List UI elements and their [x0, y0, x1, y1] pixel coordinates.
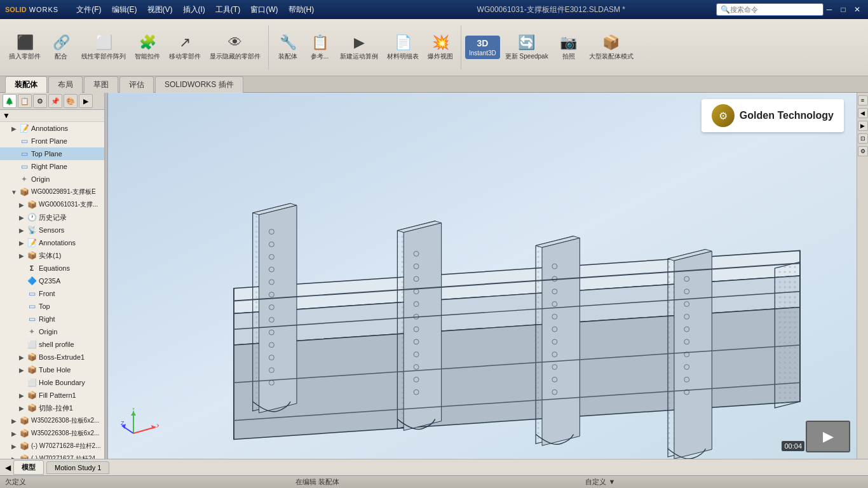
expand-right-plane: [10, 163, 18, 170]
tool-explode-view[interactable]: 💥 爆炸视图: [424, 32, 457, 64]
menu-tools[interactable]: 工具(T): [210, 2, 245, 18]
menu-insert[interactable]: 插入(I): [178, 2, 210, 18]
tab-sketch[interactable]: 草图: [84, 76, 118, 93]
play-button-icon: ▶: [823, 428, 834, 445]
move-component-label: 移动零部件: [169, 52, 201, 61]
tree-item-annotations[interactable]: ▶ 📝 Annotations: [0, 122, 104, 135]
insert-part-icon: ⬛: [17, 34, 34, 51]
company-logo: ⚙ Golden Technology: [702, 99, 844, 132]
tree-item-wg29891[interactable]: ▼ 📦 WG00029891-支撑板E: [0, 186, 104, 198]
tree-item-w350-1[interactable]: ▶ 📦 W350226308-拉板6x2...: [0, 414, 104, 427]
tree-item-cut-extrude1[interactable]: ▶ 📦 切除-拉伸1: [0, 402, 104, 414]
sidebar-tab-config[interactable]: ⚙: [33, 94, 47, 108]
menu-edit[interactable]: 编辑(E): [107, 2, 142, 18]
tree-item-hole-boundary[interactable]: ⬜ Hole Boundary: [0, 376, 104, 389]
right-panel-btn-4[interactable]: ⊡: [858, 133, 868, 144]
w350-1-label: W350226308-拉板6x2...: [31, 416, 99, 425]
tree-item-annotations2[interactable]: ▶ 📝 Annotations: [0, 236, 104, 249]
tree-item-w350-2[interactable]: ▶ 📦 W350226308-拉板6x2...: [0, 427, 104, 440]
mate-label: 配合: [55, 52, 67, 61]
tree-item-solid1[interactable]: ▶ 📦 实体(1): [0, 249, 104, 262]
sidebar-tab-tree[interactable]: 🌲: [3, 94, 17, 108]
tree-item-history[interactable]: ▶ 🕐 历史记录: [0, 211, 104, 224]
tree-item-right[interactable]: ▭ Right: [0, 313, 104, 325]
tab-evaluate[interactable]: 评估: [119, 76, 154, 93]
tool-photo[interactable]: 📷 拍照: [553, 32, 584, 64]
close-button[interactable]: ✕: [851, 4, 863, 15]
expand-sensors: ▶: [18, 226, 25, 234]
tool-update-speedpak[interactable]: 🔄 更新 Speedpak: [501, 32, 552, 64]
expand-top-plane: [10, 150, 18, 158]
sidebar-tab-display[interactable]: 📌: [48, 94, 62, 108]
tree-item-origin[interactable]: ✦ Origin: [0, 173, 104, 186]
tool-instant3d[interactable]: 3D Instant3D: [465, 36, 500, 59]
tool-assembly[interactable]: 🔧 装配体: [273, 32, 303, 64]
tool-reference[interactable]: 📋 参考...: [304, 32, 335, 64]
tool-mate[interactable]: 🔗 配合: [46, 32, 76, 64]
bottom-tab-bar: ◀ 模型 Motion Study 1: [0, 459, 868, 475]
toolbar-separator: [268, 25, 269, 70]
menu-file[interactable]: 文件(F): [71, 2, 106, 18]
right-panel-btn-5[interactable]: ⚙: [858, 146, 868, 156]
search-input[interactable]: [730, 6, 819, 13]
tool-move-component[interactable]: ↗ 移动零部件: [165, 32, 205, 64]
tree-item-sensors[interactable]: ▶ 📡 Sensors: [0, 224, 104, 236]
tool-smart-fastener[interactable]: 🧩 智能扣件: [131, 32, 164, 64]
tree-item-top-plane[interactable]: ▭ Top Plane: [0, 147, 104, 160]
tree-item-shell-profile[interactable]: ⬜ shell profile: [0, 338, 104, 351]
3d-viewport[interactable]: 🔍 ↕ ✋ ↻ ⊞ ⊙ 💡 🎨 📏 ✂ •••: [108, 93, 857, 459]
prev-tab-arrow[interactable]: ◀: [5, 463, 11, 472]
smart-fastener-label: 智能扣件: [135, 52, 160, 61]
company-logo-icon: ⚙: [712, 104, 735, 127]
q235a-label: Q235A: [39, 277, 60, 285]
status-customize[interactable]: 自定义 ▼: [585, 477, 863, 487]
tool-large-assembly[interactable]: 📦 大型装配体模式: [585, 32, 637, 64]
tool-bom[interactable]: 📄 材料明细表: [383, 32, 423, 64]
tool-show-hidden[interactable]: 👁 显示隐藏的零部件: [206, 32, 264, 64]
tree-item-wg61031[interactable]: ▶ 📦 WG00061031-支撑...: [0, 198, 104, 211]
tree-item-w702-2[interactable]: ▶ 📦 (-) W70271627-拉杆24...: [0, 452, 104, 459]
maximize-button[interactable]: □: [837, 4, 849, 15]
tool-linear-pattern[interactable]: ⬜ 线性零部件阵列: [78, 32, 130, 64]
tree-item-tube-hole[interactable]: ▶ 📦 Tube Hole: [0, 363, 104, 376]
expand-equations: [18, 264, 25, 272]
tree-item-origin2[interactable]: ✦ Origin: [0, 325, 104, 338]
tree-item-w702-1[interactable]: ▶ 📦 (-) W70271628-#拉杆2...: [0, 440, 104, 452]
tree-item-right-plane[interactable]: ▭ Right Plane: [0, 160, 104, 173]
tab-layout[interactable]: 布局: [48, 76, 83, 93]
tab-solidworks-plugins[interactable]: SOLIDWORKS 插件: [155, 76, 243, 93]
history-icon: 🕐: [27, 212, 37, 222]
tree-item-equations[interactable]: Σ Equations: [0, 262, 104, 274]
status-editing: 在编辑 装配体: [295, 477, 573, 487]
bottom-tab-motion-study[interactable]: Motion Study 1: [46, 461, 109, 474]
tree-item-front-plane[interactable]: ▭ Front Plane: [0, 135, 104, 147]
tool-motion-study[interactable]: ▶ 新建运动算例: [336, 32, 382, 64]
shell-profile-label: shell profile: [39, 341, 74, 348]
tree-item-fill-pattern1[interactable]: ▶ 📦 Fill Pattern1: [0, 389, 104, 402]
right-panel-btn-2[interactable]: ◀: [858, 108, 868, 118]
menu-help[interactable]: 帮助(H): [283, 2, 320, 18]
sidebar-tab-properties[interactable]: 📋: [18, 94, 32, 108]
expand-w350-2: ▶: [10, 430, 18, 437]
minimize-button[interactable]: ─: [824, 4, 835, 15]
video-thumbnail[interactable]: ▶: [806, 421, 850, 452]
tab-assembly[interactable]: 装配体: [5, 76, 47, 93]
reference-icon: 📋: [311, 34, 329, 51]
tree-item-top[interactable]: ▭ Top: [0, 300, 104, 313]
expand-annotations: ▶: [10, 125, 18, 132]
bottom-tab-model[interactable]: 模型: [13, 460, 44, 475]
tool-insert-part[interactable]: ⬛ 插入零部件: [5, 32, 44, 64]
menu-window[interactable]: 窗口(W): [245, 2, 283, 18]
sidebar-tab-more[interactable]: ▶: [79, 94, 93, 108]
sidebar-tab-appearance[interactable]: 🎨: [64, 94, 78, 108]
right-panel-btn-3[interactable]: ▶: [858, 121, 868, 131]
tree-item-q235a[interactable]: 🔷 Q235A: [0, 274, 104, 287]
expand-tube-hole: ▶: [18, 366, 25, 374]
right-panel-btn-1[interactable]: ≡: [858, 95, 868, 105]
menu-view[interactable]: 视图(V): [142, 2, 178, 18]
tree-item-boss-extrude1[interactable]: ▶ 📦 Boss-Extrude1: [0, 351, 104, 363]
large-assembly-label: 大型装配体模式: [589, 52, 634, 61]
instant3d-label: Instant3D: [469, 50, 496, 57]
tree-item-front[interactable]: ▭ Front: [0, 287, 104, 300]
search-box[interactable]: 🔍: [716, 3, 824, 16]
